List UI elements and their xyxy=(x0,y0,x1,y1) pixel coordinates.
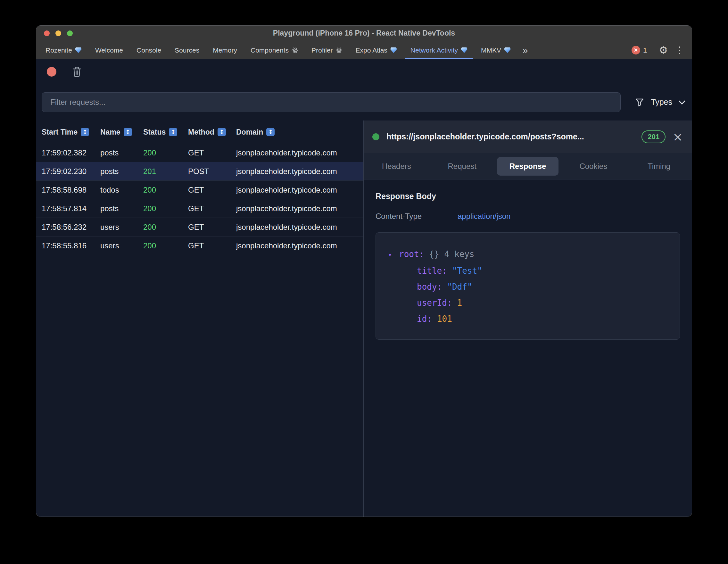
json-entry: id:101 xyxy=(388,311,667,327)
tab-welcome[interactable]: Welcome xyxy=(88,41,130,59)
request-url-header: https://jsonplaceholder.typicode.com/pos… xyxy=(364,120,692,153)
gem-icon xyxy=(461,47,467,53)
table-row[interactable]: 17:58:55.816 users 200 GET jsonplacehold… xyxy=(36,236,363,255)
request-details-panel: https://jsonplaceholder.typicode.com/pos… xyxy=(364,120,692,517)
devtools-window: Playground (iPhone 16 Pro) - React Nativ… xyxy=(36,26,692,517)
detail-tab-request[interactable]: Request xyxy=(429,157,495,176)
request-list: Start Time ↕ Name ↕ Status ↕ Method ↕ xyxy=(36,120,364,517)
close-icon[interactable]: × xyxy=(673,131,683,143)
filter-bar: Types xyxy=(36,84,692,120)
table-row[interactable]: 17:59:02.382 posts 200 GET jsonplacehold… xyxy=(36,144,363,162)
collapse-arrow-icon[interactable]: ▾ xyxy=(388,247,399,263)
header-domain[interactable]: Domain ↕ xyxy=(236,128,363,137)
table-row[interactable]: 17:58:57.814 posts 200 GET jsonplacehold… xyxy=(36,199,363,218)
zoom-window-button[interactable] xyxy=(67,30,73,36)
error-count-badge[interactable]: ✕ 1 xyxy=(632,46,647,54)
content-type-value: application/json xyxy=(458,212,510,221)
sort-icon: ↕ xyxy=(81,128,89,136)
devtools-tab-bar: Rozenite Welcome Console Sources Memory … xyxy=(36,41,692,59)
filter-requests-input[interactable] xyxy=(42,92,621,112)
detail-tabs: Headers Request Response Cookies Timing xyxy=(364,153,692,179)
clear-requests-button[interactable] xyxy=(72,66,82,78)
error-count: 1 xyxy=(643,46,647,54)
request-url: https://jsonplaceholder.typicode.com/pos… xyxy=(386,132,634,141)
trash-icon xyxy=(72,66,82,78)
tabbar-right-controls: ✕ 1 ⚙ ⋮ xyxy=(632,41,692,59)
record-button[interactable] xyxy=(47,67,56,77)
tab-profiler[interactable]: Profiler xyxy=(305,41,349,59)
json-entry: title:"Test" xyxy=(388,263,667,279)
split-view: Start Time ↕ Name ↕ Status ↕ Method ↕ xyxy=(36,120,692,517)
header-status[interactable]: Status ↕ xyxy=(143,128,188,137)
chevron-down-icon xyxy=(679,98,685,104)
detail-tab-timing[interactable]: Timing xyxy=(626,157,692,176)
detail-tab-cookies[interactable]: Cookies xyxy=(560,157,626,176)
header-name[interactable]: Name ↕ xyxy=(100,128,143,137)
detail-tab-headers[interactable]: Headers xyxy=(364,157,429,176)
status-code-badge: 201 xyxy=(641,130,666,143)
header-method[interactable]: Method ↕ xyxy=(188,128,236,137)
more-tabs-button[interactable]: » xyxy=(517,41,533,59)
table-header-row: Start Time ↕ Name ↕ Status ↕ Method ↕ xyxy=(36,120,363,144)
json-entry: userId:1 xyxy=(388,295,667,311)
title-bar: Playground (iPhone 16 Pro) - React Nativ… xyxy=(36,26,692,41)
network-toolbar xyxy=(36,60,692,84)
gem-icon xyxy=(75,47,82,53)
gem-icon xyxy=(504,47,511,53)
tab-rozenite[interactable]: Rozenite xyxy=(39,41,88,59)
error-icon: ✕ xyxy=(632,46,640,54)
close-window-button[interactable] xyxy=(44,30,50,36)
tab-memory[interactable]: Memory xyxy=(206,41,244,59)
table-row-selected[interactable]: 17:59:02.230 posts 201 POST jsonplacehol… xyxy=(36,162,363,181)
tab-network-activity[interactable]: Network Activity xyxy=(404,41,474,59)
settings-gear-icon[interactable]: ⚙ xyxy=(659,45,668,55)
json-response-viewer: ▾root:{}4 keys title:"Test" body:"Ddf" u… xyxy=(376,232,680,340)
tab-console[interactable]: Console xyxy=(130,41,168,59)
content-type-row: Content-Type application/json xyxy=(376,212,680,221)
chevron-double-right-icon: » xyxy=(523,45,528,56)
json-root-line[interactable]: ▾root:{}4 keys xyxy=(388,246,667,263)
window-title: Playground (iPhone 16 Pro) - React Nativ… xyxy=(273,29,455,37)
react-atom-icon xyxy=(336,47,342,54)
table-row[interactable]: 17:58:58.698 todos 200 GET jsonplacehold… xyxy=(36,181,363,199)
network-activity-panel: Types Start Time ↕ Name ↕ Status xyxy=(36,60,692,517)
types-filter-dropdown[interactable]: Types xyxy=(635,97,683,107)
separator xyxy=(653,46,653,55)
response-body-heading: Response Body xyxy=(376,192,680,201)
sort-icon: ↕ xyxy=(169,128,177,136)
sort-icon: ↕ xyxy=(218,128,226,136)
sort-icon: ↕ xyxy=(266,128,275,136)
traffic-lights xyxy=(44,26,73,41)
header-start-time[interactable]: Start Time ↕ xyxy=(36,128,100,137)
funnel-icon xyxy=(635,97,644,107)
types-label: Types xyxy=(651,97,672,107)
json-entry: body:"Ddf" xyxy=(388,279,667,295)
table-row[interactable]: 17:58:56.232 users 200 GET jsonplacehold… xyxy=(36,218,363,236)
gem-icon xyxy=(390,47,397,53)
react-atom-icon xyxy=(292,47,298,54)
response-tab-content: Response Body Content-Type application/j… xyxy=(364,179,692,517)
tab-components[interactable]: Components xyxy=(244,41,305,59)
tab-sources[interactable]: Sources xyxy=(168,41,206,59)
content-type-label: Content-Type xyxy=(376,212,458,221)
detail-tab-response[interactable]: Response xyxy=(495,157,561,176)
tab-expo-atlas[interactable]: Expo Atlas xyxy=(349,41,404,59)
sort-icon: ↕ xyxy=(124,128,132,136)
minimize-window-button[interactable] xyxy=(55,30,61,36)
status-dot-icon xyxy=(372,133,379,140)
kebab-menu-icon[interactable]: ⋮ xyxy=(674,46,685,55)
tab-mmkv[interactable]: MMKV xyxy=(474,41,517,59)
